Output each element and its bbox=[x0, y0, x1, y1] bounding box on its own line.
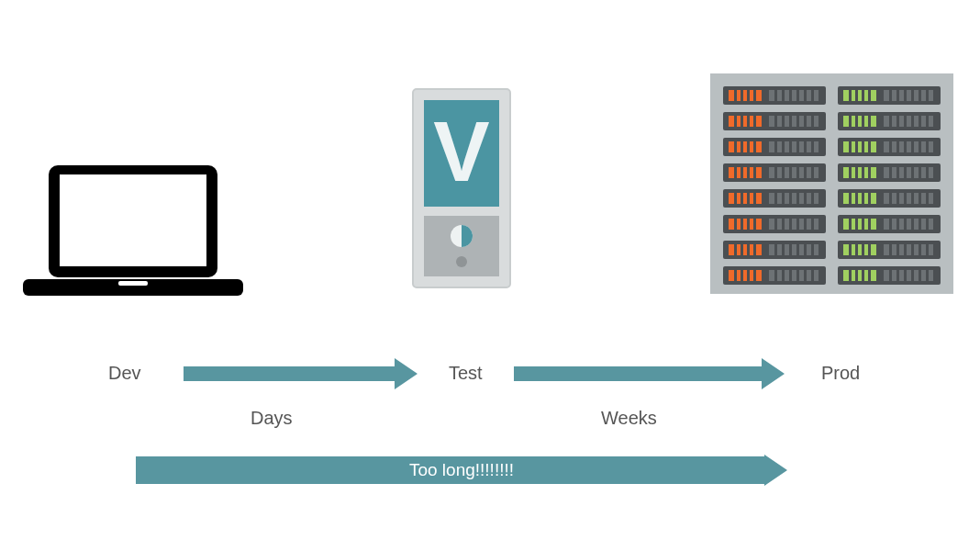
svg-rect-113 bbox=[796, 270, 799, 281]
svg-rect-66 bbox=[804, 167, 807, 178]
duration-days: Days bbox=[251, 408, 293, 429]
svg-rect-212 bbox=[862, 270, 864, 281]
svg-rect-198 bbox=[849, 244, 852, 255]
svg-rect-182 bbox=[911, 193, 914, 204]
svg-rect-164 bbox=[862, 167, 864, 178]
svg-rect-46 bbox=[741, 141, 743, 152]
svg-rect-195 bbox=[919, 219, 921, 230]
svg-rect-191 bbox=[889, 219, 892, 230]
svg-rect-158 bbox=[911, 141, 914, 152]
svg-rect-59 bbox=[747, 167, 750, 178]
svg-rect-205 bbox=[904, 244, 907, 255]
svg-rect-75 bbox=[782, 193, 785, 204]
svg-rect-21 bbox=[734, 90, 737, 101]
svg-text:V: V bbox=[433, 105, 489, 198]
svg-rect-183 bbox=[919, 193, 921, 204]
svg-rect-39 bbox=[782, 116, 785, 127]
svg-rect-146 bbox=[911, 116, 914, 127]
svg-rect-156 bbox=[896, 141, 899, 152]
svg-rect-45 bbox=[734, 141, 737, 152]
svg-rect-187 bbox=[855, 219, 858, 230]
svg-rect-93 bbox=[734, 244, 737, 255]
svg-rect-87 bbox=[782, 219, 785, 230]
svg-rect-136 bbox=[926, 90, 929, 101]
svg-rect-176 bbox=[862, 193, 864, 204]
svg-rect-43 bbox=[811, 116, 814, 127]
stage-label-dev: Dev bbox=[108, 363, 141, 384]
svg-rect-88 bbox=[789, 219, 792, 230]
svg-rect-34 bbox=[741, 116, 743, 127]
svg-rect-159 bbox=[919, 141, 921, 152]
svg-rect-155 bbox=[889, 141, 892, 152]
svg-rect-216 bbox=[896, 270, 899, 281]
arrow-dev-to-test bbox=[184, 358, 418, 389]
svg-rect-114 bbox=[804, 270, 807, 281]
server-rack-icon bbox=[710, 73, 953, 294]
svg-rect-107 bbox=[747, 270, 750, 281]
svg-rect-140 bbox=[862, 116, 864, 127]
svg-point-9 bbox=[456, 256, 467, 267]
svg-rect-218 bbox=[911, 270, 914, 281]
svg-rect-161 bbox=[843, 167, 876, 178]
svg-rect-92 bbox=[729, 244, 762, 255]
svg-rect-169 bbox=[904, 167, 907, 178]
svg-rect-175 bbox=[855, 193, 858, 204]
stage-labels-row: Dev Test Prod bbox=[0, 363, 980, 399]
svg-rect-127 bbox=[855, 90, 858, 101]
svg-rect-116 bbox=[832, 73, 946, 294]
svg-rect-60 bbox=[753, 167, 756, 178]
svg-rect-194 bbox=[911, 219, 914, 230]
svg-rect-128 bbox=[862, 90, 864, 101]
svg-rect-147 bbox=[919, 116, 921, 127]
svg-marker-223 bbox=[136, 455, 787, 486]
svg-rect-110 bbox=[774, 270, 777, 281]
svg-rect-57 bbox=[734, 167, 737, 178]
svg-rect-69 bbox=[734, 193, 737, 204]
svg-rect-26 bbox=[774, 90, 777, 101]
svg-rect-76 bbox=[789, 193, 792, 204]
svg-rect-153 bbox=[868, 141, 871, 152]
svg-rect-44 bbox=[729, 141, 762, 152]
svg-rect-96 bbox=[753, 244, 756, 255]
svg-rect-168 bbox=[896, 167, 899, 178]
svg-rect-27 bbox=[782, 90, 785, 101]
svg-rect-137 bbox=[843, 116, 876, 127]
svg-rect-80 bbox=[729, 219, 762, 230]
svg-rect-33 bbox=[734, 116, 737, 127]
svg-rect-67 bbox=[811, 167, 814, 178]
svg-rect-52 bbox=[789, 141, 792, 152]
svg-rect-89 bbox=[796, 219, 799, 230]
svg-rect-197 bbox=[843, 244, 876, 255]
svg-rect-220 bbox=[926, 270, 929, 281]
svg-rect-129 bbox=[868, 90, 871, 101]
svg-rect-105 bbox=[734, 270, 737, 281]
svg-rect-144 bbox=[896, 116, 899, 127]
svg-rect-138 bbox=[849, 116, 852, 127]
svg-rect-94 bbox=[741, 244, 743, 255]
svg-rect-184 bbox=[926, 193, 929, 204]
svg-rect-71 bbox=[747, 193, 750, 204]
svg-rect-58 bbox=[741, 167, 743, 178]
svg-rect-108 bbox=[753, 270, 756, 281]
svg-rect-74 bbox=[774, 193, 777, 204]
svg-rect-207 bbox=[919, 244, 921, 255]
svg-rect-174 bbox=[849, 193, 852, 204]
svg-rect-126 bbox=[849, 90, 852, 101]
svg-rect-11 bbox=[718, 73, 831, 294]
svg-rect-54 bbox=[804, 141, 807, 152]
svg-rect-157 bbox=[904, 141, 907, 152]
svg-rect-125 bbox=[843, 90, 876, 101]
svg-rect-189 bbox=[868, 219, 871, 230]
svg-rect-81 bbox=[734, 219, 737, 230]
svg-rect-148 bbox=[926, 116, 929, 127]
svg-rect-36 bbox=[753, 116, 756, 127]
svg-rect-167 bbox=[889, 167, 892, 178]
svg-rect-115 bbox=[811, 270, 814, 281]
svg-rect-173 bbox=[843, 193, 876, 204]
svg-rect-196 bbox=[926, 219, 929, 230]
svg-rect-143 bbox=[889, 116, 892, 127]
svg-rect-1 bbox=[60, 174, 206, 266]
svg-rect-90 bbox=[804, 219, 807, 230]
svg-rect-204 bbox=[896, 244, 899, 255]
svg-rect-64 bbox=[789, 167, 792, 178]
